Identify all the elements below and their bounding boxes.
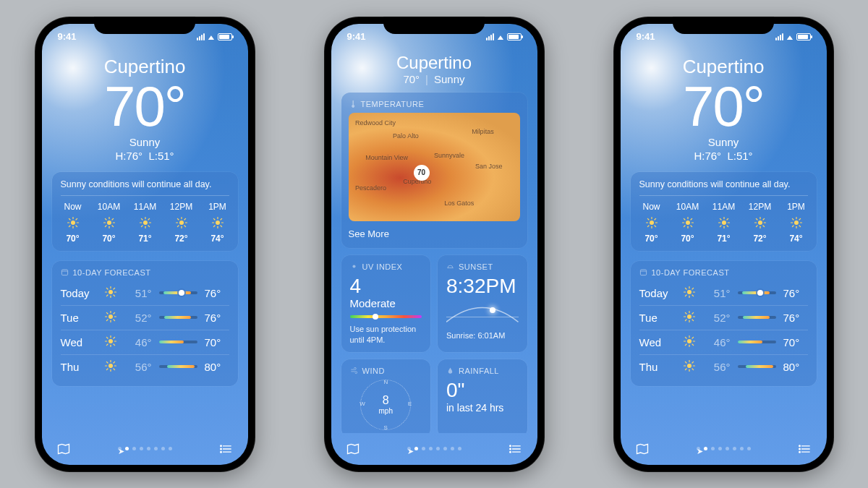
svg-line-132 bbox=[726, 218, 728, 220]
sun-icon bbox=[104, 359, 120, 374]
status-time: 9:41 bbox=[58, 31, 77, 42]
hourly-card[interactable]: Sunny conditions will continue all day. … bbox=[631, 172, 817, 251]
calendar-icon bbox=[61, 268, 69, 276]
svg-line-15 bbox=[111, 225, 113, 226]
content[interactable]: Cupertino 70°|Sunny TEMPERATURE Redwood … bbox=[331, 50, 537, 433]
hourly-scroller[interactable]: Now70°10AM70°11AM71°12PM72°1PM74°2PM7 bbox=[61, 202, 229, 244]
current-temp: 70° bbox=[52, 78, 238, 134]
svg-point-0 bbox=[71, 221, 75, 225]
temp-range-bar bbox=[159, 291, 197, 294]
forecast-row[interactable]: Today51°76° bbox=[61, 281, 229, 305]
svg-line-140 bbox=[756, 225, 757, 226]
svg-line-91 bbox=[113, 361, 114, 363]
list-icon[interactable] bbox=[219, 442, 234, 456]
see-more-link[interactable]: See More bbox=[349, 228, 520, 239]
phone-1: 9:41 Cupertino 70° Sunny H:76° L:51° Sun… bbox=[35, 17, 255, 472]
day-low: 46° bbox=[706, 336, 731, 348]
uv-header: UV INDEX bbox=[350, 262, 422, 271]
temp-range-bar bbox=[738, 341, 776, 343]
weather-screen-detail: 9:41 Cupertino 70°|Sunny TEMPERATURE bbox=[331, 24, 537, 465]
forecast-row[interactable]: Tue52°76° bbox=[639, 305, 808, 330]
svg-point-18 bbox=[143, 221, 148, 225]
svg-point-96 bbox=[220, 448, 221, 450]
temp-range-bar bbox=[738, 291, 776, 294]
temperature-map-card[interactable]: TEMPERATURE Redwood City Palo Alto Milpi… bbox=[341, 93, 527, 248]
hour-time: 10AM bbox=[676, 202, 699, 212]
svg-line-169 bbox=[685, 294, 686, 296]
rainfall-desc: in last 24 hrs bbox=[446, 402, 519, 414]
svg-line-168 bbox=[692, 294, 693, 296]
page-dots[interactable]: ➤ bbox=[407, 447, 461, 450]
svg-line-79 bbox=[106, 337, 108, 338]
forecast-row[interactable]: Wed46°70° bbox=[61, 330, 229, 354]
hour-temp: 70° bbox=[102, 234, 115, 244]
forecast-row[interactable]: Thu56°80° bbox=[639, 354, 808, 379]
day-low: 52° bbox=[706, 312, 731, 324]
hourly-scroller[interactable]: Now70°10AM70°11AM71°12PM72°1PM74°2PM7 bbox=[639, 202, 808, 244]
svg-line-34 bbox=[177, 225, 179, 226]
svg-line-17 bbox=[111, 218, 113, 220]
svg-line-73 bbox=[113, 312, 114, 314]
sunset-card[interactable]: SUNSET 8:32PM Sunrise: 6:01AM bbox=[438, 255, 527, 352]
forecast-row[interactable]: Tue52°76° bbox=[61, 305, 229, 330]
wind-icon bbox=[350, 367, 358, 374]
forecast-header: 10-DAY FORECAST bbox=[639, 268, 808, 277]
svg-line-148 bbox=[799, 225, 800, 226]
day-low: 52° bbox=[127, 312, 152, 324]
hour-item: 12PM72° bbox=[169, 202, 194, 244]
map-icon[interactable] bbox=[346, 442, 360, 456]
forecast-row[interactable]: Wed46°70° bbox=[639, 330, 808, 354]
forecast-header: 10-DAY FORECAST bbox=[61, 268, 229, 277]
day-name: Tue bbox=[639, 312, 676, 324]
list-icon[interactable] bbox=[509, 442, 523, 456]
svg-line-186 bbox=[692, 343, 693, 345]
uv-note: Use sun protection until 4PM. bbox=[350, 324, 422, 345]
hourly-card[interactable]: Sunny conditions will continue all day. … bbox=[52, 172, 238, 251]
page-dots[interactable]: ➤ bbox=[118, 447, 172, 450]
day-high: 80° bbox=[783, 361, 808, 373]
temperature-map[interactable]: Redwood City Palo Alto Milpitas Mountain… bbox=[349, 113, 520, 221]
svg-line-14 bbox=[105, 218, 106, 220]
day-high: 70° bbox=[205, 336, 229, 348]
rainfall-value: 0" bbox=[446, 380, 519, 402]
wifi-icon bbox=[497, 33, 504, 41]
list-icon[interactable] bbox=[798, 442, 812, 456]
svg-line-139 bbox=[762, 225, 764, 226]
map-icon[interactable] bbox=[635, 442, 650, 456]
map-icon[interactable] bbox=[56, 442, 71, 456]
svg-line-35 bbox=[184, 218, 185, 220]
hour-temp: 72° bbox=[174, 234, 187, 244]
page-dots[interactable]: ➤ bbox=[697, 447, 751, 450]
calendar-icon bbox=[639, 268, 647, 276]
rainfall-card[interactable]: RAINFALL 0" in last 24 hrs bbox=[438, 359, 527, 433]
notch bbox=[673, 17, 774, 34]
uv-card[interactable]: UV INDEX 4 Moderate Use sun protection u… bbox=[341, 255, 431, 352]
svg-line-5 bbox=[69, 218, 70, 220]
forecast-card[interactable]: 10-DAY FORECAST Today51°76°Tue52°76°Wed4… bbox=[52, 261, 238, 386]
svg-point-83 bbox=[109, 364, 113, 368]
forecast-row[interactable]: Thu56°80° bbox=[61, 354, 229, 379]
svg-line-170 bbox=[692, 288, 693, 289]
summary-text: Sunny conditions will continue all day. bbox=[639, 179, 808, 196]
svg-line-72 bbox=[106, 319, 108, 320]
temperature-header: TEMPERATURE bbox=[349, 100, 520, 108]
svg-point-115 bbox=[686, 221, 690, 225]
forecast-card[interactable]: 10-DAY FORECAST Today51°76°Tue52°76°Wed4… bbox=[631, 261, 817, 386]
svg-line-25 bbox=[141, 225, 142, 226]
tab-bar: ➤ bbox=[331, 433, 537, 465]
day-high: 76° bbox=[205, 287, 229, 299]
svg-line-112 bbox=[654, 225, 655, 226]
sunrise-label: Sunrise: 6:01AM bbox=[446, 330, 519, 341]
hour-temp: 70° bbox=[644, 234, 658, 244]
content[interactable]: Cupertino 70° Sunny H:76° L:51° Sunny co… bbox=[42, 50, 248, 433]
forecast-row[interactable]: Today51°76° bbox=[639, 281, 808, 305]
svg-line-6 bbox=[75, 225, 77, 226]
sun-icon bbox=[104, 310, 120, 325]
uv-value: 4 bbox=[350, 275, 422, 298]
current-temp: 70° bbox=[631, 78, 817, 134]
wind-card[interactable]: WIND NSWE 8 mph bbox=[341, 359, 431, 433]
day-name: Tue bbox=[61, 312, 97, 324]
content[interactable]: Cupertino 70° Sunny H:76° L:51° Sunny co… bbox=[621, 50, 827, 433]
sun-icon bbox=[104, 335, 120, 350]
svg-line-81 bbox=[106, 343, 108, 345]
